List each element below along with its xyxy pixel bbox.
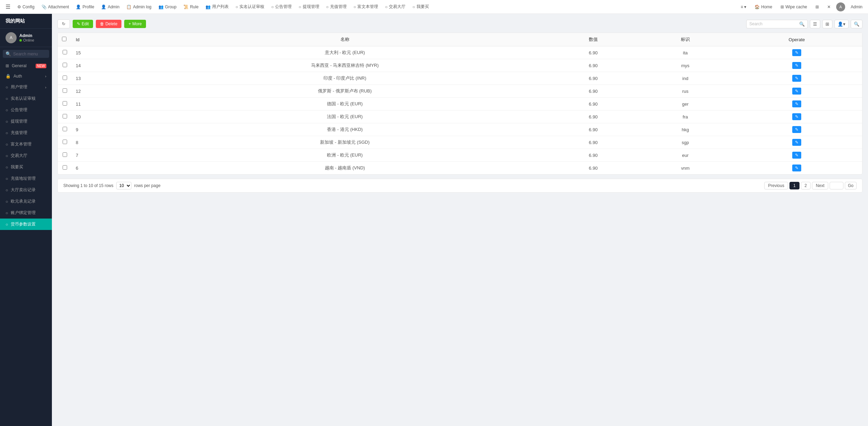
row-operate: ✎: [731, 110, 862, 123]
sidebar-item-eurrecord[interactable]: ○ 欧元承兑记录: [0, 196, 52, 207]
sidebar-item-usermgmt[interactable]: ○ 用户管理 ›: [0, 81, 52, 93]
row-tag: vnm: [639, 162, 731, 175]
row-checkbox[interactable]: [63, 152, 67, 157]
row-checkbox[interactable]: [63, 127, 67, 131]
row-name: 欧洲 - 欧元 (EUR): [143, 149, 547, 162]
page-jump-input[interactable]: [830, 182, 843, 189]
row-checkbox[interactable]: [63, 114, 67, 118]
sidebar: 我的网站 A Admin Online 🔍 ⊞ General NEW: [0, 14, 52, 426]
navbar-adminlog[interactable]: 📋 Admin log: [124, 3, 154, 11]
row-edit-button[interactable]: ✎: [792, 152, 801, 159]
sidebar-item-recharge[interactable]: ○ 充值管理: [0, 127, 52, 139]
sidebar-search-input[interactable]: [13, 52, 46, 56]
navbar-attachment[interactable]: 📎 Attachment: [39, 3, 72, 11]
navbar-richtext[interactable]: ○ 富文本管理: [351, 2, 381, 11]
navbar-avatar[interactable]: A: [836, 2, 845, 11]
navbar-group[interactable]: 👥 Group: [156, 3, 179, 11]
sidebar-item-general[interactable]: ⊞ General NEW: [0, 61, 52, 71]
row-edit-button[interactable]: ✎: [792, 165, 801, 171]
edit-button[interactable]: ✎ ✎ Edit Edit: [73, 20, 93, 28]
row-edit-button[interactable]: ✎: [792, 88, 801, 95]
sidebar-item-richtext[interactable]: ○ 富文本管理: [0, 139, 52, 150]
navbar-admin[interactable]: 👤 Admin: [98, 3, 122, 11]
sidebar-item-sellrecord[interactable]: ○ 大厅卖出记录: [0, 184, 52, 196]
sidebar-item-kyc[interactable]: ○ 实名认证审核: [0, 93, 52, 104]
navbar-userlist[interactable]: 👥 用户列表: [203, 2, 231, 11]
plus-icon: +: [128, 21, 131, 26]
navbar-profile[interactable]: 👤 Profile: [73, 3, 97, 11]
row-value: 6.90: [547, 59, 639, 72]
main-layout: 我的网站 A Admin Online 🔍 ⊞ General NEW: [0, 14, 868, 426]
user-filter-button[interactable]: 👤▾: [834, 20, 849, 28]
sellrecord-icon: ○: [6, 188, 8, 193]
view-list-button[interactable]: ☰: [810, 20, 820, 28]
navbar-user-label[interactable]: Admin: [848, 3, 865, 10]
row-tag: mys: [639, 59, 731, 72]
table-row: 12 俄罗斯 - 俄罗斯卢布 (RUB) 6.90 rus ✎: [58, 85, 862, 98]
row-edit-button[interactable]: ✎: [792, 139, 801, 146]
more-button[interactable]: + More: [124, 20, 146, 28]
navbar-announcement[interactable]: ○ 公告管理: [268, 2, 294, 11]
rows-per-page-select[interactable]: 10 25 50: [116, 182, 131, 189]
row-edit-button[interactable]: ✎: [792, 62, 801, 69]
sidebar-username: Admin: [19, 33, 34, 38]
navbar-withdraw[interactable]: ○ 提现管理: [296, 2, 322, 11]
sidebar-item-auth[interactable]: 🔒 Auth ›: [0, 71, 52, 81]
refresh-button[interactable]: ↻: [57, 19, 70, 28]
row-checkbox[interactable]: [63, 165, 67, 170]
row-checkbox[interactable]: [63, 63, 67, 67]
row-checkbox[interactable]: [63, 140, 67, 144]
row-tag: sgp: [639, 136, 731, 149]
navbar-recharge[interactable]: ○ 充值管理: [323, 2, 349, 11]
rechargeaddr-icon: ○: [6, 176, 8, 181]
page-2-button[interactable]: 2: [801, 182, 811, 189]
row-edit-button[interactable]: ✎: [792, 100, 801, 107]
auth-arrow-icon: ›: [45, 74, 46, 78]
row-value: 6.90: [547, 149, 639, 162]
sidebar-item-trading[interactable]: ○ 交易大厅: [0, 150, 52, 161]
navbar-more-btn[interactable]: ≡ ▾: [738, 3, 749, 10]
row-edit-button[interactable]: ✎: [792, 75, 801, 82]
sidebar-item-announcement[interactable]: ○ 公告管理: [0, 104, 52, 116]
advanced-search-button[interactable]: 🔍: [851, 20, 862, 28]
row-checkbox-cell: [58, 149, 72, 162]
hamburger-icon[interactable]: ☰: [3, 2, 13, 11]
table-row: 14 马来西亚 - 马来西亚林吉特 (MYR) 6.90 mys ✎: [58, 59, 862, 72]
select-all-header[interactable]: [58, 33, 72, 46]
row-edit-button[interactable]: ✎: [792, 49, 801, 56]
go-button[interactable]: Go: [845, 182, 857, 189]
sidebar-item-currency[interactable]: ○ 货币参数设置: [0, 219, 52, 230]
table-row: 13 印度 - 印度卢比 (INR) 6.90 ind ✎: [58, 72, 862, 85]
sidebar-item-buyme[interactable]: ○ 我要买: [0, 161, 52, 173]
row-checkbox[interactable]: [63, 101, 67, 106]
delete-button[interactable]: 🗑 Delete: [96, 20, 122, 28]
row-checkbox[interactable]: [63, 88, 67, 93]
page-1-button[interactable]: 1: [789, 182, 800, 189]
sidebar-item-withdraw[interactable]: ○ 提现管理: [0, 116, 52, 127]
row-edit-button[interactable]: ✎: [792, 126, 801, 133]
col-tag: 标识: [639, 33, 731, 46]
navbar-rule[interactable]: 📜 Rule: [181, 3, 201, 11]
next-button[interactable]: Next: [812, 182, 828, 189]
navbar-config[interactable]: ⚙ Config: [15, 3, 37, 11]
search-input[interactable]: [749, 21, 798, 26]
row-edit-button[interactable]: ✎: [792, 113, 801, 120]
select-all-checkbox[interactable]: [62, 37, 66, 41]
row-checkbox[interactable]: [63, 50, 67, 54]
withdraw-icon: ○: [6, 119, 8, 124]
sidebar-item-rechargeaddr[interactable]: ○ 充值地址管理: [0, 173, 52, 184]
navbar-close-icon[interactable]: ✕: [824, 3, 833, 10]
sidebar-item-accountbind[interactable]: ○ 账户绑定管理: [0, 207, 52, 219]
previous-button[interactable]: Previous: [764, 182, 788, 189]
row-value: 6.90: [547, 110, 639, 123]
row-checkbox[interactable]: [63, 76, 67, 80]
view-grid-button[interactable]: ⊞: [822, 20, 832, 28]
navbar-home-btn[interactable]: 🏠 Home: [752, 3, 775, 10]
row-value: 6.90: [547, 136, 639, 149]
navbar-trading[interactable]: ○ 交易大厅: [382, 2, 408, 11]
navbar-kyc[interactable]: ○ 实名认证审核: [233, 2, 267, 11]
sidebar-user: A Admin Online: [0, 29, 52, 47]
navbar-wipecache-btn[interactable]: ⊞ Wipe cache: [778, 3, 810, 10]
navbar-buyme[interactable]: ○ 我要买: [410, 2, 431, 11]
navbar-grid-icon[interactable]: ⊞: [813, 3, 822, 10]
